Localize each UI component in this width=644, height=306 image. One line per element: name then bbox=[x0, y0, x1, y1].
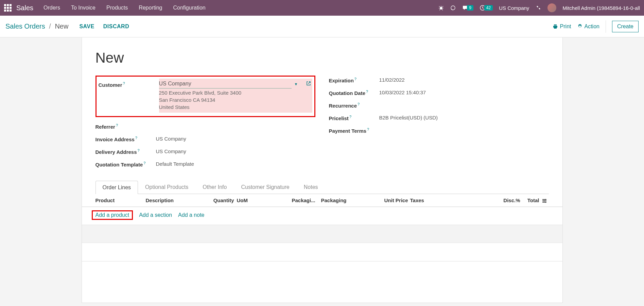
add-section-link[interactable]: Add a section bbox=[139, 212, 172, 218]
bug-icon[interactable] bbox=[438, 5, 444, 11]
save-button[interactable]: SAVE bbox=[79, 23, 94, 30]
messages-icon[interactable]: 9 bbox=[462, 5, 473, 11]
delivery-address-value[interactable]: US Company bbox=[156, 147, 315, 154]
menu-to-invoice[interactable]: To Invoice bbox=[71, 5, 95, 11]
control-panel: Sales Orders / New SAVE DISCARD Print Ac… bbox=[0, 16, 644, 37]
tab-notes[interactable]: Notes bbox=[297, 180, 325, 194]
customer-input[interactable] bbox=[159, 79, 292, 88]
gear-icon bbox=[577, 24, 582, 29]
tab-customer-signature[interactable]: Customer Signature bbox=[234, 180, 296, 194]
order-lines-table: Product Description Quantity UoM Packagi… bbox=[82, 194, 562, 261]
customer-address-3: United States bbox=[159, 104, 310, 110]
invoice-address-label: Invoice Address? bbox=[95, 134, 156, 142]
discard-button[interactable]: DISCARD bbox=[103, 23, 129, 30]
action-button[interactable]: Action bbox=[577, 23, 599, 30]
menu-configuration[interactable]: Configuration bbox=[173, 5, 206, 11]
quotation-template-value[interactable]: Default Template bbox=[156, 160, 315, 167]
quotation-template-label: Quotation Template? bbox=[95, 160, 156, 167]
pricelist-label: Pricelist? bbox=[329, 113, 379, 121]
company-switcher[interactable]: US Company bbox=[499, 5, 529, 11]
col-packaging-qty: Packagi... bbox=[292, 197, 321, 203]
invoice-address-value[interactable]: US Company bbox=[156, 134, 315, 142]
tools-icon[interactable] bbox=[535, 5, 541, 11]
external-link-icon[interactable] bbox=[306, 80, 311, 86]
activities-icon[interactable]: 42 bbox=[480, 5, 493, 11]
svg-point-4 bbox=[543, 200, 544, 202]
quotation-date-label: Quotation Date? bbox=[329, 88, 379, 96]
col-discount: Disc.% bbox=[473, 197, 520, 203]
col-packaging: Packaging bbox=[321, 197, 384, 203]
menu-products[interactable]: Products bbox=[106, 5, 128, 11]
tab-order-lines[interactable]: Order Lines bbox=[95, 181, 138, 194]
customer-address-2: San Francisco CA 94134 bbox=[159, 97, 310, 103]
columns-settings-icon[interactable] bbox=[542, 197, 549, 203]
form-sheet: New Customer? ▼ 250 Executive Park Blvd,… bbox=[82, 37, 563, 303]
breadcrumb-current: New bbox=[55, 22, 68, 30]
svg-point-3 bbox=[545, 199, 546, 200]
activities-count: 42 bbox=[484, 5, 493, 11]
col-quantity: Quantity bbox=[208, 197, 234, 203]
app-title[interactable]: Sales bbox=[16, 4, 33, 12]
breadcrumb-root[interactable]: Sales Orders bbox=[5, 22, 45, 30]
expiration-value[interactable]: 11/02/2022 bbox=[379, 76, 549, 83]
customer-label: Customer? bbox=[99, 79, 159, 113]
recurrence-label: Recurrence? bbox=[329, 101, 379, 109]
delivery-address-label: Delivery Address? bbox=[95, 147, 156, 155]
messages-count: 9 bbox=[467, 5, 473, 11]
payment-terms-label: Payment Terms? bbox=[329, 126, 379, 134]
print-button[interactable]: Print bbox=[553, 23, 571, 30]
support-icon[interactable] bbox=[450, 5, 456, 11]
breadcrumb: Sales Orders / New bbox=[5, 22, 68, 30]
avatar[interactable] bbox=[547, 3, 556, 12]
referrer-label: Referrer? bbox=[95, 122, 156, 130]
main-menu: Orders To Invoice Products Reporting Con… bbox=[43, 5, 206, 11]
payment-terms-value[interactable] bbox=[379, 126, 549, 127]
table-footer-band bbox=[82, 243, 562, 261]
col-uom: UoM bbox=[234, 197, 292, 203]
customer-address-1: 250 Executive Park Blvd, Suite 3400 bbox=[159, 90, 310, 96]
expiration-label: Expiration? bbox=[329, 76, 379, 83]
svg-point-0 bbox=[440, 7, 442, 10]
menu-reporting[interactable]: Reporting bbox=[139, 5, 162, 11]
col-taxes: Taxes bbox=[408, 197, 473, 203]
col-product: Product bbox=[95, 197, 146, 203]
caret-down-icon[interactable]: ▼ bbox=[294, 82, 298, 86]
print-icon bbox=[553, 24, 558, 29]
add-product-link[interactable]: Add a product bbox=[95, 212, 129, 218]
customer-field-highlight: Customer? ▼ 250 Executive Park Blvd, Sui… bbox=[95, 76, 315, 117]
quotation-date-value[interactable]: 10/03/2022 15:40:37 bbox=[379, 88, 549, 95]
page-title: New bbox=[95, 50, 562, 66]
add-product-highlight: Add a product bbox=[92, 210, 133, 220]
svg-point-5 bbox=[545, 202, 546, 203]
referrer-value[interactable] bbox=[156, 122, 315, 123]
create-button[interactable]: Create bbox=[612, 21, 639, 32]
menu-orders[interactable]: Orders bbox=[43, 5, 60, 11]
user-name[interactable]: Mitchell Admin (19845894-16-0-all bbox=[562, 5, 640, 11]
col-total: Total bbox=[520, 197, 542, 203]
recurrence-value[interactable] bbox=[379, 101, 549, 102]
empty-row-band bbox=[82, 225, 562, 243]
apps-icon[interactable] bbox=[4, 4, 12, 12]
col-description: Description bbox=[146, 197, 208, 203]
pricelist-value[interactable]: B2B Pricelist(USD) (USD) bbox=[379, 113, 549, 120]
notebook-tabs: Order Lines Optional Products Other Info… bbox=[95, 180, 549, 194]
add-note-link[interactable]: Add a note bbox=[178, 212, 204, 218]
col-unit-price: Unit Price bbox=[384, 197, 408, 203]
tab-optional-products[interactable]: Optional Products bbox=[138, 180, 195, 194]
tab-other-info[interactable]: Other Info bbox=[195, 180, 234, 194]
top-navbar: Sales Orders To Invoice Products Reporti… bbox=[0, 0, 644, 16]
